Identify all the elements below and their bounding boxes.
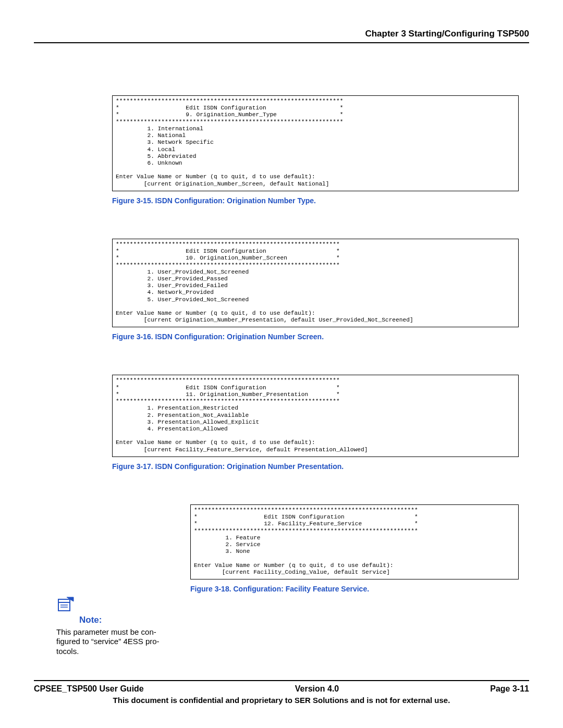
page-footer: CPSEE_TSP500 User Guide Version 4.0 Page… — [34, 680, 529, 705]
footer-version: Version 4.0 — [295, 684, 339, 694]
note-icon — [56, 596, 75, 614]
terminal-block-15: ****************************************… — [112, 95, 519, 191]
note-block: Note: This parameter must be con- figure… — [56, 596, 179, 656]
chapter-title: Chapter 3 Starting/Configuring TSP500 — [34, 29, 529, 43]
figure-3-17: ****************************************… — [112, 375, 519, 470]
figure-3-16: ****************************************… — [112, 239, 519, 341]
figure-caption-16: Figure 3-16. ISDN Configuration: Origina… — [112, 332, 519, 341]
terminal-block-18: ****************************************… — [190, 504, 519, 579]
terminal-block-16: ****************************************… — [112, 239, 519, 328]
figure-caption-18: Figure 3-18. Configuration: Facility Fea… — [190, 585, 519, 593]
note-text: This parameter must be con- figured to “… — [56, 627, 179, 656]
figure-caption-15: Figure 3-15. ISDN Configuration: Origina… — [112, 196, 519, 205]
figure-3-18: ****************************************… — [190, 504, 519, 593]
footer-page: Page 3-11 — [490, 684, 529, 694]
footer-doc-title: CPSEE_TSP500 User Guide — [34, 684, 144, 694]
note-label: Note: — [79, 615, 102, 625]
figure-caption-17: Figure 3-17. ISDN Configuration: Origina… — [112, 462, 519, 471]
figure-3-15: ****************************************… — [112, 95, 519, 205]
footer-confidentiality: This document is confidential and propri… — [34, 696, 529, 705]
terminal-block-17: ****************************************… — [112, 375, 519, 456]
